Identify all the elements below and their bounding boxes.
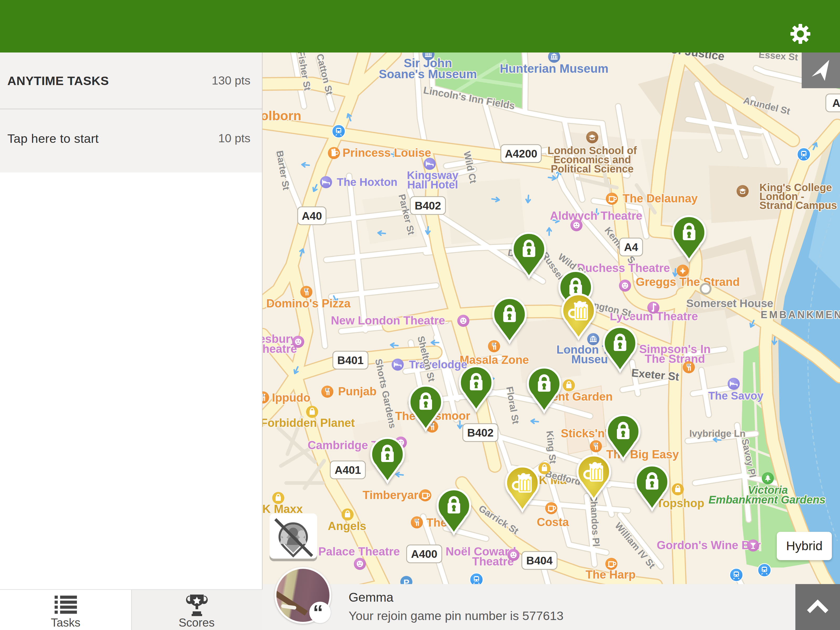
svg-text:King St: King St <box>544 430 558 464</box>
svg-text:Masala Zone: Masala Zone <box>459 353 529 366</box>
svg-text:Hunterian Museum: Hunterian Museum <box>500 62 608 75</box>
svg-text:EMBANKMENT: EMBANKMENT <box>761 309 840 320</box>
svg-text:Somerset House: Somerset House <box>686 297 773 309</box>
svg-text:Soane's Museum: Soane's Museum <box>379 67 477 81</box>
svg-text:B402: B402 <box>467 426 494 439</box>
svg-text:A401: A401 <box>335 464 361 476</box>
svg-text:B404: B404 <box>526 554 553 567</box>
svg-text:Floral St: Floral St <box>504 385 521 425</box>
svg-text:Timberyard: Timberyard <box>363 488 426 501</box>
svg-text:Ippudo: Ippudo <box>272 391 311 404</box>
svg-text:Duchess Theatre: Duchess Theatre <box>577 261 670 274</box>
svg-text:Costa: Costa <box>537 516 569 528</box>
svg-text:olborn: olborn <box>262 108 302 123</box>
svg-text:Forbidden Planet: Forbidden Planet <box>262 416 355 429</box>
svg-text:B401: B401 <box>337 354 363 366</box>
svg-text:Greggs The Strand: Greggs The Strand <box>636 275 740 288</box>
svg-text:The Harp: The Harp <box>586 568 636 581</box>
svg-text:ent Garden: ent Garden <box>552 390 613 403</box>
svg-text:Topshop: Topshop <box>657 497 704 510</box>
svg-text:A400: A400 <box>411 548 437 560</box>
svg-text:Aldwych Theatre: Aldwych Theatre <box>550 209 642 222</box>
svg-text:B402: B402 <box>415 199 441 212</box>
svg-text:The Hoxton: The Hoxton <box>337 176 398 188</box>
svg-text:Gordon's Wine Bar: Gordon's Wine Bar <box>657 538 761 551</box>
svg-text:A40: A40 <box>302 210 322 222</box>
svg-text:Theatre: Theatre <box>472 555 514 568</box>
svg-text:Domino's Pizza: Domino's Pizza <box>267 297 351 310</box>
svg-text:Travelodge: Travelodge <box>409 358 467 371</box>
svg-text:A4200: A4200 <box>505 147 537 160</box>
svg-text:New London Theatre: New London Theatre <box>331 314 445 327</box>
svg-text:A4: A4 <box>624 241 638 253</box>
svg-text:The Strand: The Strand <box>645 352 705 365</box>
svg-text:Angels: Angels <box>328 519 366 532</box>
svg-text:Theatre: Theatre <box>262 342 297 355</box>
svg-text:Essex St: Essex St <box>758 52 799 63</box>
svg-text:Strand Campus: Strand Campus <box>759 199 837 211</box>
svg-text:Museu: Museu <box>571 353 608 366</box>
svg-text:William IV St: William IV St <box>613 520 658 571</box>
svg-text:Embankment Gardens: Embankment Gardens <box>709 494 826 506</box>
svg-text:Palace Theatre: Palace Theatre <box>318 545 400 558</box>
svg-text:The Savoy: The Savoy <box>708 390 764 402</box>
svg-text:Punjab: Punjab <box>338 385 377 398</box>
svg-text:Hall Hotel: Hall Hotel <box>407 178 458 191</box>
svg-text:Barter St: Barter St <box>274 150 292 191</box>
svg-text:Political Science: Political Science <box>551 163 634 175</box>
svg-text:Princess Louise: Princess Louise <box>343 146 431 159</box>
svg-text:Ivybridge Ln: Ivybridge Ln <box>689 428 745 439</box>
svg-text:A: A <box>832 97 840 109</box>
svg-text:The Delaunay: The Delaunay <box>623 192 698 205</box>
